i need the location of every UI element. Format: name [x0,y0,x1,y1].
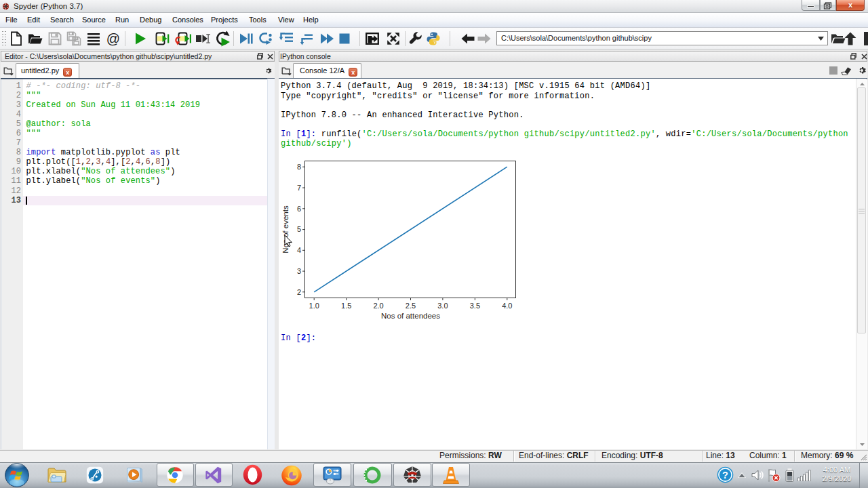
svg-text:2: 2 [297,288,301,296]
svg-text:8: 8 [297,163,301,171]
svg-text:3: 3 [297,267,301,275]
svg-text:2.5: 2.5 [406,302,416,310]
svg-text:1.0: 1.0 [309,302,319,310]
svg-text:?: ? [722,470,728,481]
svg-text:4: 4 [297,246,301,254]
svg-text:4.0: 4.0 [502,302,512,310]
svg-text:3.0: 3.0 [437,302,448,310]
svg-text:5: 5 [297,225,301,233]
svg-text:2.0: 2.0 [373,302,383,310]
svg-text:1.5: 1.5 [341,302,351,310]
svg-text:Nos of attendees: Nos of attendees [381,312,440,320]
svg-text:6: 6 [297,205,301,213]
svg-text:Nos of events: Nos of events [281,205,290,253]
svg-text:7: 7 [297,184,301,192]
svg-text:3.5: 3.5 [470,302,480,310]
